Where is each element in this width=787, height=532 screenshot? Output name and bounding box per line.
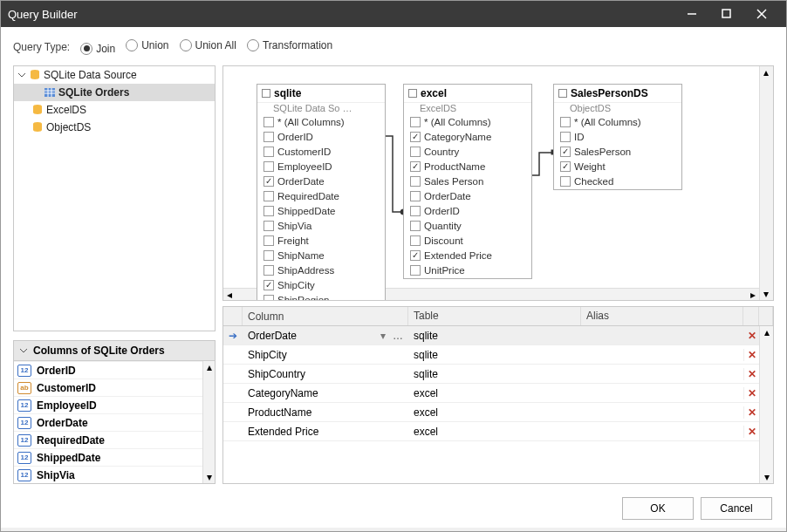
grid-header-table[interactable]: Table xyxy=(408,307,581,325)
checkbox[interactable] xyxy=(410,221,421,231)
field-row[interactable]: Quantity xyxy=(404,219,531,234)
checkbox[interactable] xyxy=(263,132,274,142)
column-item[interactable]: 12OrderID xyxy=(14,361,202,379)
table-box-sqlite[interactable]: sqlite SQLite Data So … * (All Columns)O… xyxy=(257,84,386,302)
field-row[interactable]: Country xyxy=(404,145,531,160)
query-type-union[interactable]: Union xyxy=(126,39,168,51)
checkbox[interactable] xyxy=(410,250,421,261)
scroll-right-icon[interactable]: ▸ xyxy=(747,289,759,301)
table-handle-icon[interactable] xyxy=(558,89,567,98)
column-item[interactable]: abCustomerID xyxy=(14,379,202,396)
delete-row-button[interactable]: ✕ xyxy=(743,387,759,399)
field-row[interactable]: ID xyxy=(554,130,681,145)
checkbox[interactable] xyxy=(263,265,274,276)
checkbox[interactable] xyxy=(410,117,421,127)
table-handle-icon[interactable] xyxy=(262,89,270,98)
checkbox[interactable] xyxy=(560,176,571,187)
tree-item[interactable]: SQLite Orders xyxy=(14,84,215,101)
cell-table[interactable]: excel xyxy=(408,406,581,419)
column-item[interactable]: 12ShippedDate xyxy=(14,448,202,466)
checkbox[interactable] xyxy=(263,250,274,261)
tree-root[interactable]: SQLite Data Source xyxy=(44,69,137,81)
checkbox[interactable] xyxy=(263,161,274,172)
table-box-SalesPersonDS[interactable]: SalesPersonDS ObjectDS * (All Columns)ID… xyxy=(553,84,682,190)
field-row[interactable]: * (All Columns) xyxy=(554,115,681,130)
field-row[interactable]: ProductName xyxy=(404,160,531,174)
cell-column[interactable]: ShipCountry xyxy=(248,368,305,380)
delete-row-button[interactable]: ✕ xyxy=(743,349,759,361)
minimize-button[interactable] xyxy=(674,1,709,27)
scrollbar-vertical[interactable]: ▴ ▾ xyxy=(202,361,215,483)
grid-header-column[interactable]: Column xyxy=(243,307,408,325)
ellipsis-icon[interactable]: … xyxy=(393,330,403,342)
grid-row[interactable]: Extended Price excel ✕ xyxy=(223,422,759,441)
column-item[interactable]: 12EmployeeID xyxy=(14,396,202,413)
field-row[interactable]: OrderDate xyxy=(257,174,385,189)
checkbox[interactable] xyxy=(410,147,421,157)
query-type-union-all[interactable]: Union All xyxy=(180,39,236,51)
cell-table[interactable]: sqlite xyxy=(408,349,581,361)
table-box-excel[interactable]: excel ExcelDS * (All Columns)CategoryNam… xyxy=(403,84,532,279)
delete-row-button[interactable]: ✕ xyxy=(743,426,759,438)
checkbox[interactable] xyxy=(410,265,421,276)
field-row[interactable]: ShipRegion xyxy=(257,293,385,302)
checkbox[interactable] xyxy=(263,206,274,216)
checkbox[interactable] xyxy=(560,147,571,157)
table-handle-icon[interactable] xyxy=(408,89,417,98)
ok-button[interactable]: OK xyxy=(622,497,694,520)
delete-row-button[interactable]: ✕ xyxy=(743,406,759,419)
cell-table[interactable]: sqlite xyxy=(408,330,581,342)
grid-row[interactable]: ➔ OrderDate▾… sqlite ✕ xyxy=(223,326,759,345)
checkbox[interactable] xyxy=(263,280,274,290)
scroll-left-icon[interactable]: ◂ xyxy=(223,289,236,301)
field-row[interactable]: ShipAddress xyxy=(257,263,385,278)
scrollbar-vertical[interactable]: ▴▾ xyxy=(759,326,773,483)
field-row[interactable]: EmployeeID xyxy=(257,160,385,174)
tree-item[interactable]: ExcelDS xyxy=(14,101,215,119)
field-row[interactable]: Sales Person xyxy=(404,174,531,189)
checkbox[interactable] xyxy=(263,117,274,127)
column-item[interactable]: 12ShipVia xyxy=(14,466,202,483)
field-row[interactable]: RequiredDate xyxy=(257,189,385,204)
delete-row-button[interactable]: ✕ xyxy=(743,330,759,342)
field-row[interactable]: SalesPerson xyxy=(554,145,681,160)
checkbox[interactable] xyxy=(263,235,274,246)
scrollbar-vertical[interactable]: ▴▾ xyxy=(759,66,773,301)
field-row[interactable]: UnitPrice xyxy=(404,263,531,278)
checkbox[interactable] xyxy=(410,191,421,201)
cancel-button[interactable]: Cancel xyxy=(701,497,772,520)
cell-table[interactable]: excel xyxy=(408,426,581,438)
close-button[interactable] xyxy=(744,1,779,27)
column-item[interactable]: 12OrderDate xyxy=(14,413,202,431)
checkbox[interactable] xyxy=(560,161,571,172)
checkbox[interactable] xyxy=(263,147,274,157)
scroll-down-icon[interactable]: ▾ xyxy=(760,288,772,300)
scroll-up-icon[interactable]: ▴ xyxy=(203,361,215,373)
grid-row[interactable]: CategoryName excel ✕ xyxy=(223,384,759,403)
grid-header-alias[interactable]: Alias xyxy=(581,307,743,325)
grid-row[interactable]: ShipCity sqlite ✕ xyxy=(223,345,759,365)
checkbox[interactable] xyxy=(263,295,274,301)
field-row[interactable]: * (All Columns) xyxy=(257,115,385,130)
field-row[interactable]: Freight xyxy=(257,234,385,249)
cell-column[interactable]: Extended Price xyxy=(248,426,318,438)
field-row[interactable]: Discount xyxy=(404,234,531,249)
delete-row-button[interactable]: ✕ xyxy=(743,368,759,380)
field-row[interactable]: Extended Price xyxy=(404,249,531,263)
checkbox[interactable] xyxy=(410,235,421,246)
field-row[interactable]: OrderID xyxy=(404,204,531,219)
column-item[interactable]: 12RequiredDate xyxy=(14,431,202,448)
field-row[interactable]: ShipCity xyxy=(257,278,385,293)
checkbox[interactable] xyxy=(410,206,421,216)
cell-column[interactable]: OrderDate xyxy=(248,330,297,342)
field-row[interactable]: Weight xyxy=(554,160,681,174)
dropdown-icon[interactable]: ▾ xyxy=(380,330,386,342)
scroll-up-icon[interactable]: ▴ xyxy=(760,66,772,78)
field-row[interactable]: ShipVia xyxy=(257,219,385,234)
cell-column[interactable]: ShipCity xyxy=(248,349,287,361)
field-row[interactable]: OrderDate xyxy=(404,189,531,204)
query-type-join[interactable]: Join xyxy=(80,43,115,55)
field-row[interactable]: CustomerID xyxy=(257,145,385,160)
grid-row[interactable]: ProductName excel ✕ xyxy=(223,403,759,422)
output-columns-grid[interactable]: Column Table Alias ➔ OrderDate▾… sqlite … xyxy=(222,306,774,484)
